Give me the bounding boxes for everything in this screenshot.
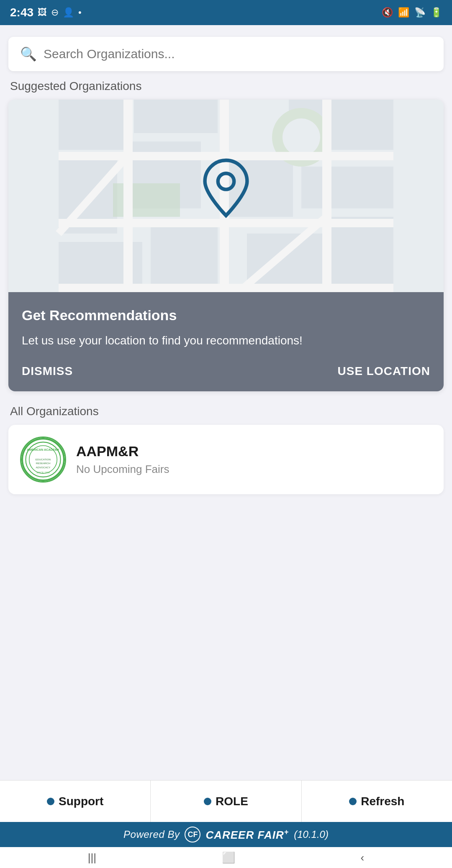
svg-text:SINCE 1938: SINCE 1938 [36, 471, 50, 474]
org-subtitle: No Upcoming Fairs [76, 463, 432, 476]
svg-text:RESEARCH: RESEARCH [36, 462, 51, 465]
suggested-orgs-label: Suggested Organizations [10, 80, 442, 93]
nav-home-button[interactable]: ⬜ [222, 851, 235, 864]
svg-text:AMERICAN ACADEMY: AMERICAN ACADEMY [27, 448, 59, 452]
org-name: AAPM&R [76, 443, 432, 460]
wifi-icon: 📶 [398, 7, 409, 18]
org-logo: AMERICAN ACADEMY EDUCATION RESEARCH ADVO… [20, 437, 66, 483]
battery-icon: 🔋 [431, 7, 442, 18]
person-icon: 👤 [63, 7, 74, 18]
svg-point-14 [282, 118, 320, 156]
tab-refresh-label: Refresh [361, 795, 404, 808]
svg-rect-11 [301, 167, 393, 208]
tab-refresh[interactable]: Refresh [302, 781, 452, 822]
map-overlay: Get Recommendations Let us use your loca… [8, 292, 444, 391]
all-orgs-label: All Organizations [10, 405, 442, 418]
refresh-dot [349, 798, 357, 805]
search-icon: 🔍 [20, 46, 37, 62]
brand-name: CAREER FAIR+ [205, 828, 289, 842]
location-pin [201, 158, 251, 216]
svg-rect-2 [134, 100, 218, 133]
dot-icon: • [78, 7, 82, 18]
tab-role-label: ROLE [216, 795, 248, 808]
gallery-icon: 🖼 [38, 7, 47, 18]
android-nav-bar: ||| ⬜ ‹ [0, 847, 452, 868]
status-time: 2:43 [10, 6, 33, 19]
search-bar[interactable]: 🔍 [8, 37, 444, 71]
svg-text:ADVOCACY: ADVOCACY [36, 466, 51, 469]
nav-menu-button[interactable]: ||| [88, 851, 96, 864]
signal-icon: 📡 [414, 7, 426, 18]
career-fair-logo: CF [185, 827, 200, 842]
status-bar-left: 2:43 🖼 ⊖ 👤 • [10, 6, 82, 19]
svg-rect-20 [322, 100, 331, 292]
powered-by-text: Powered By [123, 829, 180, 840]
dismiss-button[interactable]: DISMISS [22, 365, 73, 378]
tab-role[interactable]: ROLE [151, 781, 301, 822]
map-overlay-actions: DISMISS USE LOCATION [22, 365, 430, 378]
svg-rect-7 [247, 234, 322, 292]
status-bar: 2:43 🖼 ⊖ 👤 • 🔇 📶 📡 🔋 [0, 0, 452, 25]
minus-circle-icon: ⊖ [51, 7, 59, 18]
status-bar-right: 🔇 📶 📡 🔋 [382, 7, 442, 18]
app-version: (10.1.0) [294, 829, 329, 840]
map-card: Get Recommendations Let us use your loca… [8, 100, 444, 391]
nav-back-button[interactable]: ‹ [360, 851, 364, 864]
search-input[interactable] [44, 47, 432, 61]
support-dot [47, 798, 54, 805]
bottom-tab-bar: Support ROLE Refresh [0, 780, 452, 822]
svg-rect-1 [59, 100, 126, 150]
svg-rect-12 [113, 183, 180, 217]
svg-rect-6 [151, 225, 218, 292]
mute-icon: 🔇 [382, 7, 393, 18]
org-info: AAPM&R No Upcoming Fairs [76, 443, 432, 476]
tab-support-label: Support [59, 795, 103, 808]
svg-rect-8 [331, 217, 393, 292]
recommendations-title: Get Recommendations [22, 307, 430, 324]
career-fair-footer: Powered By CF CAREER FAIR+ (10.1.0) [0, 822, 452, 847]
svg-text:EDUCATION: EDUCATION [36, 458, 51, 461]
svg-point-23 [218, 173, 234, 189]
org-card[interactable]: AMERICAN ACADEMY EDUCATION RESEARCH ADVO… [8, 425, 444, 494]
use-location-button[interactable]: USE LOCATION [338, 365, 430, 378]
recommendations-desc: Let us use your location to find you rec… [22, 332, 430, 349]
tab-support[interactable]: Support [0, 781, 151, 822]
svg-rect-18 [123, 100, 133, 292]
map-area [8, 100, 444, 292]
role-dot [204, 798, 211, 805]
